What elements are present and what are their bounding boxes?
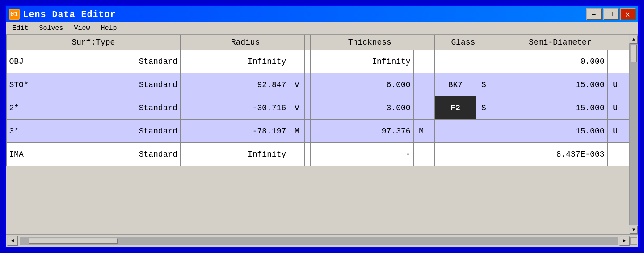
title-bar-left: 01 Lens Data Editor (9, 9, 116, 20)
scroll-thumb[interactable] (631, 45, 637, 62)
cell-glasssol-0[interactable] (476, 50, 492, 73)
header-sep5 (623, 35, 629, 50)
cell-semidiam-3[interactable]: 15.000 (497, 120, 607, 143)
hscroll-right-button[interactable]: ► (619, 236, 630, 246)
cell-sdmarker-4[interactable] (607, 143, 623, 166)
cell-thickness-3[interactable]: 97.376 (311, 120, 414, 143)
close-button[interactable]: ✕ (620, 8, 636, 20)
cell-sdmarker-0[interactable] (607, 50, 623, 73)
cell-radius-2[interactable]: -30.716 (186, 96, 289, 120)
menu-solves[interactable]: Solves (35, 24, 68, 33)
header-radius: Radius (186, 35, 305, 50)
cell-thkmarker-1[interactable] (413, 73, 429, 96)
cell-thkmarker-0[interactable] (413, 50, 429, 73)
table-row[interactable]: 2* Standard -30.716 V 3.000 F2 S 15.000 … (6, 96, 629, 120)
cell-semidiam-1[interactable]: 15.000 (497, 73, 607, 96)
cell-surf-2[interactable]: 2* (6, 96, 56, 120)
menu-help[interactable]: Help (97, 24, 122, 33)
cell-type-0[interactable]: Standard (56, 50, 180, 73)
header-glass: Glass (435, 35, 492, 50)
cell-sep3-4 (429, 143, 435, 166)
cell-surf-1[interactable]: STO* (6, 73, 56, 96)
hscroll-thumb[interactable] (29, 238, 118, 244)
header-thickness: Thickness (311, 35, 429, 50)
cell-sep3-3 (429, 120, 435, 143)
cell-sep2-1 (305, 73, 311, 96)
cell-glass-0[interactable] (435, 50, 476, 73)
scroll-track[interactable] (630, 44, 638, 225)
cell-thkmarker-2[interactable] (413, 96, 429, 120)
cell-sdmarker-1[interactable]: U (607, 73, 623, 96)
cell-thickness-1[interactable]: 6.000 (311, 73, 414, 96)
cell-type-2[interactable]: Standard (56, 96, 180, 120)
title-buttons: — □ ✕ (586, 8, 636, 20)
cell-glass-3[interactable] (435, 120, 476, 143)
cell-glasssol-3[interactable] (476, 120, 492, 143)
app-icon: 01 (9, 9, 20, 20)
cell-type-1[interactable]: Standard (56, 73, 180, 96)
hscroll-left-button[interactable]: ◄ (7, 236, 18, 246)
menu-edit[interactable]: Edit (8, 24, 33, 33)
cell-radmarker-4[interactable] (289, 143, 305, 166)
cell-semidiam-2[interactable]: 15.000 (497, 96, 607, 120)
main-window: 01 Lens Data Editor — □ ✕ Edit Solves Vi… (5, 5, 640, 248)
cell-sep5-3 (623, 120, 629, 143)
header-sep2 (305, 35, 311, 50)
cell-thickness-2[interactable]: 3.000 (311, 96, 414, 120)
minimize-button[interactable]: — (586, 8, 602, 20)
table-row[interactable]: IMA Standard Infinity - 8.437E-003 (6, 143, 629, 166)
cell-surf-0[interactable]: OBJ (6, 50, 56, 73)
cell-thickness-0[interactable]: Infinity (311, 50, 414, 73)
cell-glass-4[interactable] (435, 143, 476, 166)
scroll-down-button[interactable]: ▼ (629, 225, 638, 234)
cell-sep4-0 (492, 50, 497, 73)
menu-bar: Edit Solves View Help (6, 22, 638, 35)
cell-radius-0[interactable]: Infinity (186, 50, 289, 73)
cell-sep4-1 (492, 73, 497, 96)
cell-semidiam-4[interactable]: 8.437E-003 (497, 143, 607, 166)
lens-data-table: Surf:Type Radius Thickness Glass Semi-Di… (6, 35, 629, 166)
cell-glasssol-1[interactable]: S (476, 73, 492, 96)
content-area: Surf:Type Radius Thickness Glass Semi-Di… (6, 35, 638, 234)
maximize-button[interactable]: □ (603, 8, 619, 20)
resize-handle[interactable] (630, 237, 637, 245)
cell-sep5-2 (623, 96, 629, 120)
hscroll-track[interactable] (20, 237, 618, 245)
cell-glass-2[interactable]: F2 (435, 96, 476, 120)
cell-radius-3[interactable]: -78.197 (186, 120, 289, 143)
scroll-up-button[interactable]: ▲ (629, 35, 638, 44)
table-row[interactable]: OBJ Standard Infinity Infinity 0.000 (6, 50, 629, 73)
vertical-scrollbar: ▲ ▼ (629, 35, 638, 234)
table-row[interactable]: 3* Standard -78.197 M 97.376 M 15.000 U (6, 120, 629, 143)
cell-sep3-0 (429, 50, 435, 73)
cell-sep1-4 (181, 143, 186, 166)
cell-radmarker-1[interactable]: V (289, 73, 305, 96)
cell-glasssol-4[interactable] (476, 143, 492, 166)
window-title: Lens Data Editor (23, 9, 116, 20)
cell-sep2-2 (305, 96, 311, 120)
cell-glasssol-2[interactable]: S (476, 96, 492, 120)
cell-sdmarker-2[interactable]: U (607, 96, 623, 120)
cell-glass-1[interactable]: BK7 (435, 73, 476, 96)
table-row[interactable]: STO* Standard 92.847 V 6.000 BK7 S 15.00… (6, 73, 629, 96)
cell-sep2-4 (305, 143, 311, 166)
cell-radmarker-2[interactable]: V (289, 96, 305, 120)
cell-type-4[interactable]: Standard (56, 143, 180, 166)
menu-view[interactable]: View (70, 24, 95, 33)
cell-surf-3[interactable]: 3* (6, 120, 56, 143)
cell-radius-4[interactable]: Infinity (186, 143, 289, 166)
cell-type-3[interactable]: Standard (56, 120, 180, 143)
cell-semidiam-0[interactable]: 0.000 (497, 50, 607, 73)
cell-radmarker-0[interactable] (289, 50, 305, 73)
cell-surf-4[interactable]: IMA (6, 143, 56, 166)
title-bar: 01 Lens Data Editor — □ ✕ (6, 6, 638, 22)
cell-radmarker-3[interactable]: M (289, 120, 305, 143)
cell-thkmarker-4[interactable] (413, 143, 429, 166)
header-surf-type: Surf:Type (6, 35, 181, 50)
cell-sdmarker-3[interactable]: U (607, 120, 623, 143)
cell-radius-1[interactable]: 92.847 (186, 73, 289, 96)
cell-thickness-4[interactable]: - (311, 143, 414, 166)
cell-thkmarker-3[interactable]: M (413, 120, 429, 143)
cell-sep5-0 (623, 50, 629, 73)
cell-sep3-2 (429, 96, 435, 120)
